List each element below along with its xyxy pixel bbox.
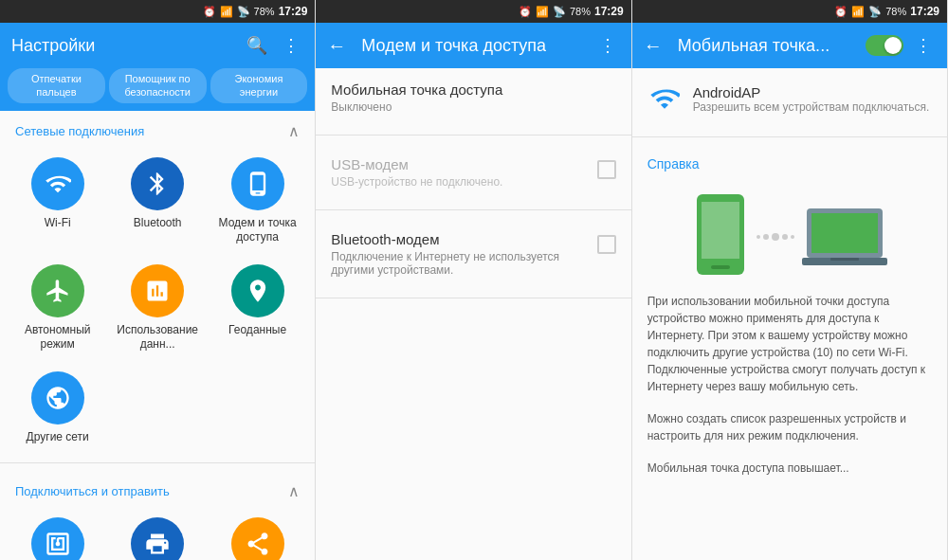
svg-rect-1 bbox=[702, 202, 739, 259]
modem-item[interactable]: Модем и точка доступа bbox=[208, 148, 307, 255]
bluetooth-modem-item[interactable]: Bluetooth-модем Подключение к Интернету … bbox=[316, 218, 630, 290]
modem-divider-1 bbox=[316, 135, 630, 135]
location-circle bbox=[231, 264, 284, 317]
data-usage-item[interactable]: Исполь­зование данн... bbox=[107, 255, 207, 362]
phone-illustration bbox=[692, 194, 749, 280]
modem-more-icon[interactable]: ⋮ bbox=[595, 31, 620, 60]
ap-icon bbox=[649, 83, 680, 114]
hotspot-divider-1 bbox=[632, 136, 947, 137]
usb-modem-item[interactable]: USB-модем USB-устройство не подключено. bbox=[316, 143, 630, 202]
bluetooth-modem-title: Bluetooth-модем bbox=[331, 231, 596, 247]
modem-label: Модем и точка доступа bbox=[211, 216, 303, 245]
other-networks-circle bbox=[31, 371, 84, 425]
hotspot-back-button[interactable]: ← bbox=[644, 35, 663, 57]
modem-divider-3 bbox=[316, 298, 630, 298]
airplane-icon bbox=[45, 278, 71, 304]
connection-dots bbox=[757, 233, 794, 241]
modem-icon bbox=[245, 171, 271, 197]
settings-toolbar: Настройки 🔍 ⋮ bbox=[0, 23, 315, 68]
ap-icon-wrap bbox=[647, 81, 682, 116]
connect-icon-1[interactable] bbox=[8, 508, 107, 560]
time-text-3: 17:29 bbox=[910, 5, 939, 18]
help-text-1: При использовании мобильной точки доступ… bbox=[632, 289, 947, 399]
signal-icon-2: 📡 bbox=[553, 6, 566, 18]
svg-rect-2 bbox=[711, 265, 730, 269]
data-usage-circle bbox=[131, 264, 184, 317]
dot-1 bbox=[757, 235, 760, 239]
wifi-status-icon: 📶 bbox=[220, 6, 233, 18]
svg-rect-4 bbox=[811, 213, 878, 253]
connect-icon-3[interactable] bbox=[208, 508, 307, 560]
location-icon bbox=[245, 278, 271, 304]
svg-rect-6 bbox=[830, 258, 859, 261]
bluetooth-icon bbox=[144, 171, 171, 197]
airplane-label: Автономный режим bbox=[11, 323, 103, 352]
status-bar-2: ⏰ 📶 📡 78% 17:29 bbox=[316, 0, 630, 23]
alarm-icon-3: ⏰ bbox=[834, 6, 848, 18]
fingerprints-shortcut[interactable]: Отпечаткипальцев bbox=[8, 68, 105, 103]
share-icon bbox=[245, 531, 271, 557]
mobile-hotspot-title: Мобильная точка доступа bbox=[331, 81, 615, 98]
settings-title: Настройки bbox=[11, 36, 235, 56]
connect-circle-2 bbox=[131, 517, 184, 560]
connect-circle-1 bbox=[31, 517, 84, 560]
security-shortcut[interactable]: Помощник побезопасности bbox=[109, 68, 207, 103]
airplane-item[interactable]: Автономный режим bbox=[8, 255, 107, 362]
modem-back-button[interactable]: ← bbox=[327, 35, 346, 57]
network-section-header[interactable]: Сетевые подключения ∧ bbox=[0, 111, 315, 148]
hotspot-toggle[interactable] bbox=[866, 35, 903, 56]
androidap-sub: Разрешить всем устройствам подключаться. bbox=[693, 100, 932, 114]
bluetooth-modem-checkbox[interactable] bbox=[597, 235, 616, 254]
search-icon[interactable]: 🔍 bbox=[243, 31, 271, 60]
nfc-icon bbox=[45, 531, 71, 557]
androidap-item[interactable]: AndroidAP Разрешить всем устройствам под… bbox=[632, 68, 947, 129]
modem-divider-2 bbox=[316, 209, 630, 210]
more-icon[interactable]: ⋮ bbox=[279, 31, 303, 60]
wifi-label: Wi-Fi bbox=[45, 216, 71, 231]
other-networks-icon bbox=[45, 385, 71, 411]
wifi-status-icon-2: 📶 bbox=[536, 6, 549, 18]
data-usage-icon bbox=[144, 278, 171, 304]
hotspot-content: AndroidAP Разрешить всем устройствам под… bbox=[632, 68, 947, 560]
settings-panel: ⏰ 📶 📡 78% 17:29 Настройки 🔍 ⋮ Отпечаткип… bbox=[0, 0, 316, 560]
help-text-3: Мобильная точка доступа повышает... bbox=[632, 456, 947, 480]
hotspot-panel: ⏰ 📶 📡 78% 17:29 ← Мобильная точка... ⋮ A… bbox=[632, 0, 948, 560]
data-usage-label: Исполь­зование данн... bbox=[111, 323, 203, 352]
wifi-status-icon-3: 📶 bbox=[851, 6, 865, 18]
usb-modem-checkbox[interactable] bbox=[597, 160, 616, 179]
hotspot-toolbar: ← Мобильная точка... ⋮ bbox=[632, 23, 947, 68]
illustration bbox=[632, 185, 947, 289]
shortcuts-bar: Отпечаткипальцев Помощник побезопасности… bbox=[0, 68, 315, 111]
battery-text: 78% bbox=[254, 6, 275, 17]
connect-chevron-icon: ∧ bbox=[288, 482, 300, 500]
modem-title: Модем и точка доступа bbox=[361, 36, 587, 56]
toggle-knob bbox=[884, 37, 902, 54]
dot-2 bbox=[763, 234, 769, 240]
more-icons-grid: Другие сети bbox=[0, 362, 315, 455]
time-text-2: 17:29 bbox=[594, 5, 624, 18]
modem-toolbar: ← Модем и точка доступа ⋮ bbox=[316, 23, 630, 68]
help-text-2: Можно создать список разрешенных устройс… bbox=[632, 406, 947, 448]
androidap-title: AndroidAP bbox=[693, 84, 932, 100]
hotspot-title: Мобильная точка... bbox=[678, 36, 858, 56]
mobile-hotspot-item[interactable]: Мобильная точка доступа Выключено bbox=[316, 68, 630, 127]
airplane-circle bbox=[31, 264, 84, 317]
androidap-content: AndroidAP Разрешить всем устройствам под… bbox=[693, 84, 932, 114]
hotspot-more-icon[interactable]: ⋮ bbox=[911, 31, 936, 60]
modem-circle bbox=[231, 157, 284, 210]
connect-icons-grid bbox=[0, 508, 315, 560]
other-networks-item[interactable]: Другие сети bbox=[8, 362, 107, 455]
divider-1 bbox=[0, 462, 315, 463]
bluetooth-item[interactable]: Bluetooth bbox=[107, 148, 207, 255]
connect-section-title: Подключиться и отправить bbox=[15, 484, 170, 498]
energy-shortcut[interactable]: Экономияэнергии bbox=[210, 68, 308, 103]
usb-modem-title: USB-модем bbox=[331, 156, 596, 172]
wifi-circle bbox=[31, 157, 84, 210]
other-networks-label: Другие сети bbox=[27, 430, 89, 445]
connect-section-header[interactable]: Подключиться и отправить ∧ bbox=[0, 471, 315, 508]
wifi-item[interactable]: Wi-Fi bbox=[8, 148, 107, 255]
help-section: Справка bbox=[632, 145, 947, 185]
settings-content: Сетевые подключения ∧ Wi-Fi Bluetooth bbox=[0, 111, 315, 560]
connect-icon-2[interactable] bbox=[107, 508, 207, 560]
location-item[interactable]: Геоданные bbox=[208, 255, 307, 362]
